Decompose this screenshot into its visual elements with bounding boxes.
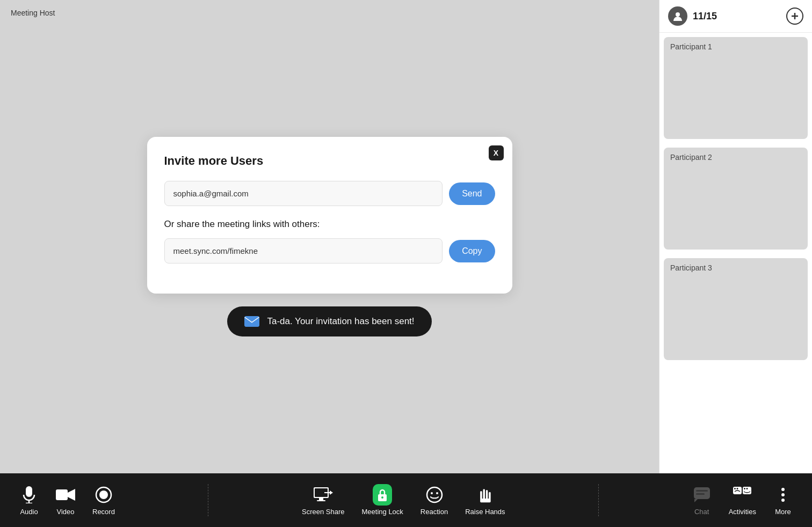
svg-point-33	[746, 488, 748, 489]
reaction-icon	[425, 485, 444, 504]
meeting-lock-label: Meeting Lock	[362, 508, 403, 516]
svg-point-34	[781, 488, 785, 491]
participant-card-2: Participant 2	[664, 148, 808, 250]
svg-rect-7	[56, 489, 68, 500]
svg-point-1	[676, 12, 680, 17]
modal-close-button[interactable]: X	[489, 145, 504, 160]
toolbar-meeting-lock[interactable]: Meeting Lock	[356, 481, 410, 520]
add-participant-button[interactable]	[786, 8, 803, 25]
svg-rect-27	[696, 493, 705, 495]
svg-point-19	[436, 492, 438, 494]
video-area: Meeting Host Invite more Users X Send Or…	[0, 0, 659, 473]
svg-point-17	[427, 487, 442, 502]
toolbar-video[interactable]: Video	[49, 481, 82, 520]
sidebar-header-left: 11/15	[668, 6, 717, 26]
email-input-row: Send	[164, 181, 495, 206]
participant-name-3: Participant 3	[670, 264, 712, 272]
raise-hands-icon	[475, 485, 495, 504]
svg-rect-22	[486, 490, 488, 500]
record-icon	[94, 485, 113, 504]
copy-button[interactable]: Copy	[449, 240, 495, 262]
participant-name-2: Participant 2	[670, 153, 712, 162]
participant-name-1: Participant 1	[670, 42, 712, 51]
reaction-label: Reaction	[421, 508, 448, 516]
toolbar-raise-hands[interactable]: Raise Hands	[459, 481, 511, 520]
sidebar-header: 11/15	[659, 0, 812, 33]
toast-message: Ta-da. Your invitation has been sent!	[267, 316, 414, 327]
share-label: Or share the meeting links with others:	[164, 219, 495, 230]
link-input-row: Copy	[164, 238, 495, 264]
mic-icon	[19, 485, 39, 504]
screen-share-label: Screen Share	[302, 508, 345, 516]
toolbar-screen-share[interactable]: Screen Share	[295, 481, 351, 520]
toolbar-audio[interactable]: Audio	[13, 481, 45, 520]
toolbar-chat[interactable]: Chat	[686, 481, 718, 520]
toolbar-divider-right	[598, 484, 599, 516]
svg-rect-23	[489, 492, 491, 499]
toolbar-reaction[interactable]: Reaction	[414, 481, 454, 520]
svg-rect-4	[26, 486, 32, 497]
svg-point-35	[781, 493, 785, 496]
svg-point-32	[744, 488, 745, 489]
video-icon	[56, 485, 75, 504]
screen-share-icon	[314, 485, 333, 504]
svg-rect-0	[245, 317, 259, 327]
svg-point-36	[781, 499, 785, 502]
participant-card-1: Participant 1	[664, 37, 808, 139]
svg-rect-20	[480, 491, 482, 499]
activities-label: Activities	[729, 508, 756, 516]
svg-rect-21	[483, 489, 485, 500]
toolbar-center-group: Screen Share Meeting Lock	[295, 481, 512, 520]
svg-rect-26	[696, 490, 708, 492]
send-button[interactable]: Send	[449, 182, 495, 205]
svg-rect-24	[480, 499, 491, 502]
modal-overlay: Invite more Users X Send Or share the me…	[0, 0, 659, 473]
participant-count: 11/15	[693, 11, 717, 22]
toolbar-record[interactable]: Record	[86, 481, 121, 520]
email-input[interactable]	[164, 181, 443, 206]
svg-point-16	[381, 496, 383, 499]
toolbar-right-group: Chat Activities	[686, 481, 799, 520]
svg-rect-12	[319, 498, 323, 500]
activities-icon	[733, 485, 752, 504]
invite-modal: Invite more Users X Send Or share the me…	[147, 137, 512, 294]
more-label: More	[775, 508, 791, 516]
participant-card-3: Participant 3	[664, 258, 808, 360]
participants-sidebar: 11/15 Participant 1 Participant 2 Partic…	[659, 0, 812, 473]
toolbar-activities[interactable]: Activities	[722, 481, 763, 520]
raise-hands-label: Raise Hands	[465, 508, 505, 516]
chat-label: Chat	[694, 508, 709, 516]
record-label: Record	[92, 508, 115, 516]
svg-point-29	[734, 488, 736, 489]
toolbar-divider-left	[208, 484, 208, 516]
svg-point-30	[737, 488, 738, 489]
meeting-link-input[interactable]	[164, 238, 443, 264]
svg-point-18	[431, 492, 433, 494]
modal-title: Invite more Users	[164, 154, 495, 168]
main-toolbar: Audio Video Record	[0, 473, 812, 527]
more-icon	[773, 485, 793, 504]
envelope-icon	[244, 316, 259, 327]
svg-point-9	[99, 491, 108, 499]
avatar-icon	[668, 6, 687, 26]
chat-icon	[692, 485, 712, 504]
meeting-lock-icon	[373, 485, 392, 504]
video-label: Video	[56, 508, 74, 516]
audio-label: Audio	[20, 508, 38, 516]
toast-notification: Ta-da. Your invitation has been sent!	[227, 306, 431, 336]
svg-rect-13	[317, 500, 325, 501]
toolbar-more[interactable]: More	[767, 481, 799, 520]
toolbar-left-group: Audio Video Record	[13, 481, 121, 520]
